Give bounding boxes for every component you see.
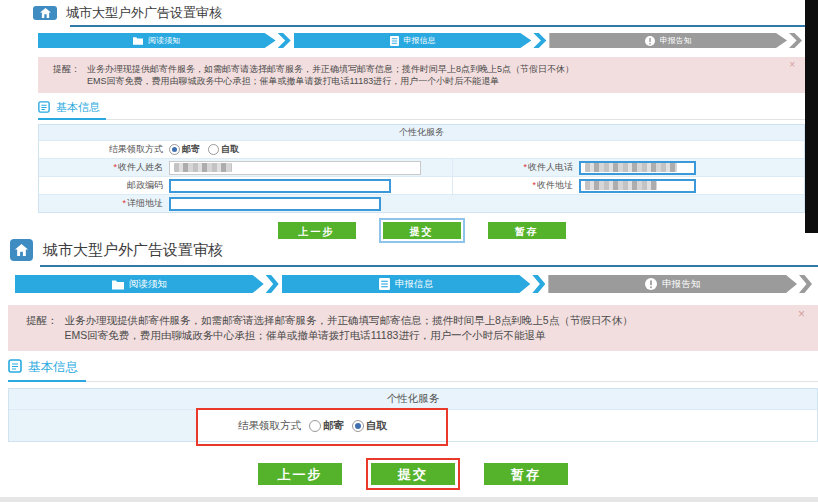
form-icon <box>379 278 390 290</box>
personalized-service-table: 个性化服务 结果领取方式 邮寄 自取 *收件人姓名 *收件人电话 邮政编码 *收… <box>38 124 805 213</box>
table-row: 邮政编码 *收件地址 <box>39 176 804 194</box>
window-bottom-strip <box>0 497 818 502</box>
step-declaration-info[interactable]: 申报信息 <box>294 33 532 48</box>
postal-code-label: 邮政编码 <box>39 179 169 192</box>
table-header: 个性化服务 <box>399 126 444 139</box>
chevron-right-icon <box>278 33 291 48</box>
pickup-radio[interactable] <box>352 420 364 432</box>
pickup-radio[interactable] <box>208 144 219 155</box>
chevron-right-icon <box>789 33 802 48</box>
delivery-radio-group: 邮寄 自取 <box>309 419 395 433</box>
chevron-right-icon <box>532 275 545 293</box>
alert-prefix: 提醒： <box>53 63 80 87</box>
alert-line-1: 业务办理现提供邮寄件服务，如需邮寄请选择邮寄服务，并正确填写邮寄信息；揽件时间早… <box>87 63 574 75</box>
screenshot-black-edge <box>805 0 818 233</box>
step-label: 申报告知 <box>662 278 700 291</box>
form-screenshot-bottom: 城市大型户外广告设置审核 阅读须知 申报信息 申报告知 × 提醒： <box>0 236 818 485</box>
save-draft-button[interactable]: 暂存 <box>484 463 568 485</box>
redacted-value <box>585 181 657 190</box>
basic-info-section-header: 基本信息 <box>38 100 805 120</box>
postal-code-input[interactable] <box>169 179 391 193</box>
document-icon <box>38 101 50 115</box>
page-header: 城市大型户外广告设置审核 <box>0 0 805 25</box>
folder-icon <box>133 36 143 45</box>
pickup-radio-label[interactable]: 自取 <box>221 143 239 156</box>
delivery-method-label: 结果领取方式 <box>197 419 309 433</box>
step-read-notice[interactable]: 阅读须知 <box>38 33 276 48</box>
step-declaration-info[interactable]: 申报信息 <box>282 275 531 293</box>
recipient-phone-label: *收件人电话 <box>453 161 579 174</box>
document-icon <box>8 359 22 376</box>
form-screenshot-top: 城市大型户外广告设置审核 阅读须知 申报信息 申报告知 × 提醒： <box>0 0 805 239</box>
alert-banner: × 提醒： 业务办理现提供邮寄件服务，如需邮寄请选择邮寄服务，并正确填写邮寄信息… <box>8 305 818 351</box>
folder-icon <box>112 279 124 290</box>
redacted-value <box>585 163 677 172</box>
home-icon[interactable] <box>10 239 33 261</box>
alert-line-1: 业务办理现提供邮寄件服务，如需邮寄请选择邮寄服务，并正确填写邮寄信息；揽件时间早… <box>65 313 633 328</box>
mail-radio-label[interactable]: 邮寄 <box>182 143 200 156</box>
delivery-method-row: 结果领取方式 邮寄 自取 <box>39 140 804 158</box>
page-header: 城市大型户外广告设置审核 <box>0 236 818 265</box>
table-header-row: 个性化服务 <box>39 125 804 140</box>
header-divider <box>70 25 805 27</box>
info-icon <box>645 36 655 46</box>
detail-address-input[interactable] <box>169 197 381 211</box>
step-label: 阅读须知 <box>148 35 180 46</box>
table-row: *收件人姓名 *收件人电话 <box>39 158 804 176</box>
section-title: 基本信息 <box>56 100 100 115</box>
mail-radio-label[interactable]: 邮寄 <box>323 419 344 433</box>
recipient-address-input[interactable] <box>579 179 696 193</box>
mail-radio[interactable] <box>169 144 180 155</box>
chevron-right-icon <box>266 275 279 293</box>
empty-label-cell <box>9 410 197 441</box>
delivery-method-label: 结果领取方式 <box>39 143 169 156</box>
step-bar: 阅读须知 申报信息 申报告知 <box>38 33 805 48</box>
alert-line-2: EMS回寄免费，费用由聊城政务中心承担；催单或撤单请拨打电话11183进行，用户… <box>87 75 574 87</box>
step-declaration-notice[interactable]: 申报告知 <box>549 33 787 48</box>
delivery-radio-group: 邮寄 自取 <box>169 143 247 156</box>
step-label: 阅读须知 <box>129 278 167 291</box>
alert-banner: × 提醒： 业务办理现提供邮寄件服务，如需邮寄请选择邮寄服务，并正确填写邮寄信息… <box>38 57 805 93</box>
table-row: *详细地址 <box>39 194 804 212</box>
pickup-radio-label[interactable]: 自取 <box>366 419 387 433</box>
close-icon[interactable]: × <box>789 60 795 70</box>
step-label: 申报信息 <box>404 35 436 46</box>
alert-prefix: 提醒： <box>26 313 58 343</box>
page-title: 城市大型户外广告设置审核 <box>43 241 223 260</box>
step-label: 申报告知 <box>660 35 692 46</box>
alert-line-2: EMS回寄免费，费用由聊城政务中心承担；催单或撤单请拨打电话11183进行，用户… <box>65 328 633 343</box>
header-divider <box>40 265 818 267</box>
info-icon <box>645 278 657 290</box>
form-actions: 上一步 提交 暂存 <box>8 463 818 485</box>
detail-address-label: *详细地址 <box>39 197 169 210</box>
section-title: 基本信息 <box>28 359 78 376</box>
close-icon[interactable]: × <box>798 309 805 319</box>
basic-info-section-header: 基本信息 <box>8 359 818 382</box>
form-icon <box>390 36 399 46</box>
step-read-notice[interactable]: 阅读须知 <box>15 275 264 293</box>
step-declaration-notice[interactable]: 申报告知 <box>548 275 797 293</box>
recipient-name-input[interactable] <box>169 161 421 175</box>
step-label: 申报信息 <box>395 278 433 291</box>
chevron-right-icon <box>533 33 546 48</box>
submit-button[interactable]: 提交 <box>371 463 455 485</box>
redacted-value <box>174 163 232 172</box>
recipient-name-label: *收件人姓名 <box>39 161 169 174</box>
home-icon[interactable] <box>33 6 57 20</box>
recipient-address-label: *收件地址 <box>453 179 579 192</box>
delivery-method-row: 结果领取方式 邮寄 自取 <box>9 409 817 441</box>
personalized-service-table: 个性化服务 结果领取方式 邮寄 自取 <box>8 388 818 442</box>
step-bar: 阅读须知 申报信息 申报告知 <box>15 275 815 293</box>
previous-step-button[interactable]: 上一步 <box>258 463 342 485</box>
table-header-row: 个性化服务 <box>9 389 817 409</box>
recipient-phone-input[interactable] <box>579 161 696 175</box>
page-title: 城市大型户外广告设置审核 <box>66 4 222 22</box>
chevron-right-icon <box>799 275 812 293</box>
table-header: 个性化服务 <box>387 392 440 406</box>
mail-radio[interactable] <box>309 420 321 432</box>
